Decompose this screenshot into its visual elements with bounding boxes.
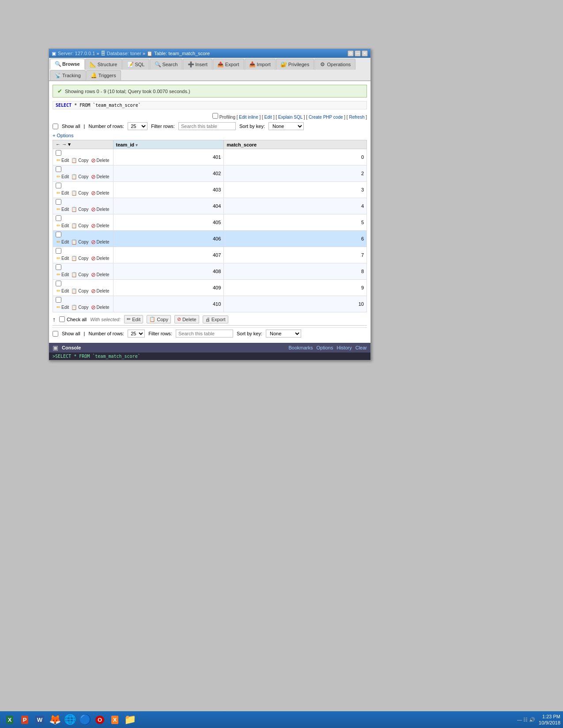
row-checkbox[interactable] — [56, 166, 61, 172]
tab-export[interactable]: 📤 Export — [213, 59, 244, 70]
tab-privileges[interactable]: 🔐 Privileges — [276, 59, 314, 70]
row-checkbox[interactable] — [56, 232, 61, 237]
row-checkbox[interactable] — [56, 150, 61, 156]
server-crumb[interactable]: Server: 127.0.0.1 — [58, 51, 95, 56]
copy-btn-410[interactable]: 📋Copy — [70, 304, 89, 311]
console-options-link[interactable]: Options — [317, 345, 333, 350]
settings-btn[interactable]: ⚙ — [348, 50, 354, 56]
edit-inline-link[interactable]: Edit inline — [239, 115, 258, 120]
copy-btn-401[interactable]: 📋Copy — [70, 157, 89, 164]
delete-btn-402[interactable]: ⊘Delete — [90, 173, 110, 180]
database-crumb[interactable]: Database: toner — [107, 51, 141, 56]
taskbar-excel[interactable]: X — [3, 713, 17, 727]
taskbar-chrome[interactable]: 🔵 — [78, 713, 92, 727]
tab-triggers[interactable]: 🔔 Triggers — [86, 70, 121, 80]
edit-btn-401[interactable]: ✏Edit — [56, 157, 70, 164]
table-row: ✏Edit 📋Copy ⊘Delete 4044 — [53, 198, 367, 214]
row-count-select[interactable]: 25 50 100 — [128, 122, 147, 130]
copy-btn-408[interactable]: 📋Copy — [70, 271, 89, 278]
taskbar-powerpoint[interactable]: P — [18, 713, 32, 727]
tab-tracking[interactable]: 📡 Tracking — [50, 70, 86, 80]
copy-btn-403[interactable]: 📋Copy — [70, 190, 89, 196]
copy-icon: 📋 — [71, 288, 77, 294]
delete-btn-406[interactable]: ⊘Delete — [90, 238, 110, 246]
delete-btn-410[interactable]: ⊘Delete — [90, 304, 110, 311]
taskbar-firefox[interactable]: 🦊 — [48, 713, 62, 727]
minimize-btn[interactable]: — — [355, 50, 361, 56]
row-checkbox[interactable] — [56, 199, 61, 205]
clear-link[interactable]: Clear — [355, 345, 367, 350]
delete-btn-401[interactable]: ⊘Delete — [90, 157, 110, 164]
tab-browse[interactable]: 🔍 Browse — [50, 59, 85, 70]
edit-btn-405[interactable]: ✏Edit — [56, 222, 70, 229]
edit-btn-406[interactable]: ✏Edit — [56, 239, 70, 245]
delete-btn-404[interactable]: ⊘Delete — [90, 206, 110, 213]
edit-btn-404[interactable]: ✏Edit — [56, 206, 70, 213]
filter-input[interactable] — [178, 122, 236, 130]
tab-structure[interactable]: 📐 Structure — [85, 59, 122, 70]
bottom-sort-select[interactable]: None — [266, 330, 301, 338]
bottom-filter-input[interactable] — [176, 330, 233, 338]
delete-btn-407[interactable]: ⊘Delete — [90, 255, 110, 262]
profiling-checkbox[interactable] — [212, 113, 218, 119]
taskbar-opera[interactable]: O — [93, 713, 107, 727]
delete-icon: ⊘ — [91, 304, 96, 311]
taskbar-browser2[interactable]: 🌐 — [63, 713, 77, 727]
check-all-checkbox[interactable] — [59, 316, 65, 322]
edit-link[interactable]: Edit — [264, 115, 272, 120]
taskbar-xampp[interactable]: X — [108, 713, 122, 727]
bulk-export-btn[interactable]: 🖨 Export — [203, 315, 228, 323]
bookmarks-link[interactable]: Bookmarks — [289, 345, 313, 350]
copy-btn-406[interactable]: 📋Copy — [70, 239, 89, 245]
copy-icon: 📋 — [71, 206, 77, 212]
copy-btn-409[interactable]: 📋Copy — [70, 288, 89, 294]
edit-btn-403[interactable]: ✏Edit — [56, 190, 70, 196]
copy-btn-405[interactable]: 📋Copy — [70, 222, 89, 229]
edit-btn-408[interactable]: ✏Edit — [56, 271, 70, 278]
explain-sql-link[interactable]: Explain SQL — [278, 115, 302, 120]
edit-icon: ✏ — [57, 288, 60, 294]
bulk-copy-btn[interactable]: 📋 Copy — [147, 315, 171, 323]
nav-back-btn[interactable]: ← — [56, 142, 60, 147]
tab-search[interactable]: 🔍 Search — [150, 59, 182, 70]
edit-btn-410[interactable]: ✏Edit — [56, 304, 70, 311]
edit-btn-402[interactable]: ✏Edit — [56, 173, 70, 180]
close-btn[interactable]: ✕ — [362, 50, 368, 56]
taskbar-files[interactable]: 📁 — [123, 713, 137, 727]
copy-btn-404[interactable]: 📋Copy — [70, 206, 89, 213]
tab-import[interactable]: 📥 Import — [245, 59, 276, 70]
delete-btn-405[interactable]: ⊘Delete — [90, 222, 110, 229]
tab-sql[interactable]: 📝 SQL — [122, 59, 149, 70]
bottom-show-all-checkbox[interactable] — [53, 331, 58, 337]
delete-btn-408[interactable]: ⊘Delete — [90, 271, 110, 278]
tab-operations[interactable]: ⚙ Operations — [314, 59, 355, 70]
nav-fwd-btn[interactable]: → — [62, 142, 67, 147]
taskbar-word[interactable]: W — [33, 713, 47, 727]
col-match-score[interactable]: match_score — [224, 140, 367, 149]
sort-arrow-col[interactable]: ▾ — [68, 142, 71, 147]
history-link[interactable]: History — [336, 345, 351, 350]
delete-btn-409[interactable]: ⊘Delete — [90, 287, 110, 295]
col-team-id[interactable]: team_id ▾ — [113, 140, 224, 149]
bulk-delete-btn[interactable]: ⊘ Delete — [174, 315, 199, 323]
show-all-checkbox[interactable] — [53, 124, 58, 129]
edit-btn-407[interactable]: ✏Edit — [56, 255, 70, 262]
edit-btn-409[interactable]: ✏Edit — [56, 288, 70, 294]
copy-btn-402[interactable]: 📋Copy — [70, 173, 89, 180]
create-php-link[interactable]: Create PHP code — [309, 115, 343, 120]
row-checkbox[interactable] — [56, 297, 61, 303]
bulk-edit-btn[interactable]: ✏ Edit — [124, 315, 143, 323]
options-link[interactable]: + Options — [53, 133, 367, 138]
bottom-row-count-select[interactable]: 25 — [128, 330, 145, 338]
row-checkbox[interactable] — [56, 248, 61, 254]
row-checkbox[interactable] — [56, 183, 61, 188]
delete-btn-403[interactable]: ⊘Delete — [90, 189, 110, 197]
copy-btn-407[interactable]: 📋Copy — [70, 255, 89, 262]
back-to-top-btn[interactable]: ↑ — [53, 316, 56, 323]
refresh-link[interactable]: Refresh — [349, 115, 364, 120]
tab-insert[interactable]: ➕ Insert — [183, 59, 212, 70]
row-checkbox[interactable] — [56, 281, 61, 286]
row-checkbox[interactable] — [56, 215, 61, 221]
row-checkbox[interactable] — [56, 264, 61, 270]
sort-key-select[interactable]: None — [268, 122, 304, 130]
